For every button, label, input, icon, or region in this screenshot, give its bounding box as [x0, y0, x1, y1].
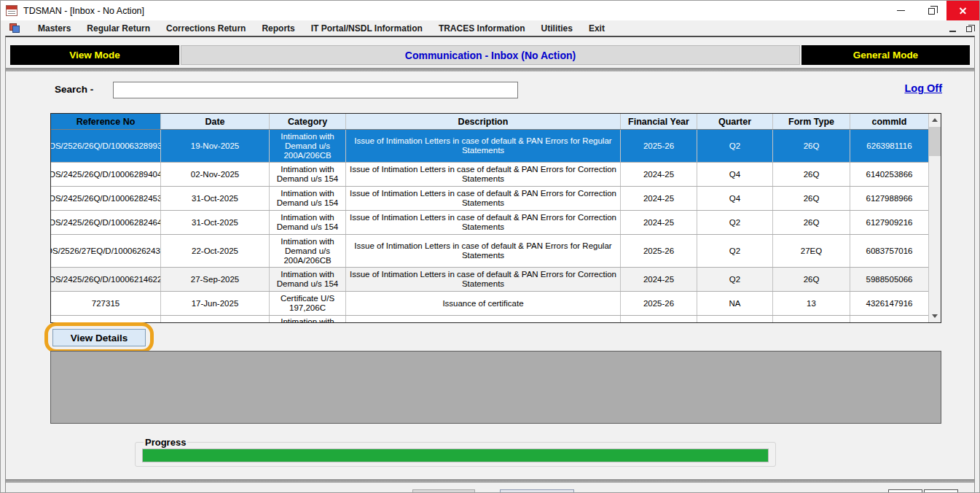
column-header-quarter[interactable]: Quarter [697, 114, 773, 129]
table-cell: Issue of Intimation Letters in case of d… [346, 130, 621, 162]
scroll-down-button[interactable] [929, 310, 941, 322]
table-cell: Intimation with Demand u/s 154 [270, 211, 346, 234]
table-cell: Intimation with Demand u/s 200A/206CB [270, 235, 346, 267]
table-row[interactable]: Intimation with [51, 316, 928, 322]
mdi-child-icon [9, 23, 20, 33]
table-row[interactable]: DS/2425/26Q/D/1000628245331-Oct-2025Inti… [51, 187, 928, 211]
table-header-row: Reference NoDateCategoryDescriptionFinan… [51, 114, 928, 130]
table-cell: Issue of Intimation Letters in case of d… [346, 211, 621, 234]
search-input[interactable] [113, 82, 518, 98]
table-cell [621, 316, 697, 322]
table-cell: 17-Jun-2025 [161, 292, 270, 315]
scrollbar-track[interactable] [929, 157, 941, 310]
table-row[interactable]: DS/2425/26Q/D/1000621462227-Sep-2025Inti… [51, 268, 928, 292]
bottom-button-1[interactable] [412, 489, 475, 492]
table-cell: 27EQ [773, 235, 850, 267]
mdi-restore-icon[interactable] [966, 26, 972, 32]
inbox-table: Reference NoDateCategoryDescriptionFinan… [50, 113, 941, 323]
table-row[interactable]: DS/2526/27EQ/D/1000626243522-Oct-2025Int… [51, 235, 928, 268]
table-cell: 27-Sep-2025 [161, 268, 270, 291]
mdi-window-controls [949, 24, 979, 32]
scroll-up-button[interactable] [929, 114, 941, 126]
page-title: Communication - Inbox (No Action) [181, 45, 800, 65]
table-cell: 6263981116 [850, 130, 928, 162]
table-cell: DS/2425/26Q/D/10006214622 [51, 268, 161, 291]
table-cell: Issue of Intimation Letters in case of d… [346, 268, 621, 291]
table-cell: Intimation with Demand u/s 154 [270, 163, 346, 186]
table-cell [697, 316, 773, 322]
table-row[interactable]: DS/2425/26Q/D/1000628246431-Oct-2025Inti… [51, 211, 928, 235]
log-off-link[interactable]: Log Off [904, 82, 942, 94]
mdi-client-area: View Mode Communication - Inbox (No Acti… [5, 36, 975, 492]
restore-button[interactable] [916, 1, 946, 20]
minimize-button[interactable] [885, 1, 916, 20]
column-header-description[interactable]: Description [346, 114, 621, 129]
menu-item-it-portal-nsdl-information[interactable]: IT Portal/NSDL Information [303, 22, 431, 35]
vertical-scrollbar[interactable] [928, 114, 941, 322]
progress-groupbox: Progress [135, 437, 776, 467]
table-cell: 6127909216 [850, 211, 928, 234]
table-cell: Q2 [697, 211, 773, 234]
menu-item-regular-return[interactable]: Regular Return [79, 22, 158, 35]
red-circle-button[interactable] [888, 489, 922, 492]
table-cell: 6140253866 [850, 163, 928, 186]
table-cell: Issue of Intimation Letters in case of d… [346, 163, 621, 186]
table-cell: 2024-25 [621, 211, 697, 234]
mdi-minimize-icon[interactable] [949, 31, 956, 32]
table-cell [161, 316, 270, 322]
table-cell: 6127988966 [850, 187, 928, 210]
mode-bar: View Mode Communication - Inbox (No Acti… [10, 45, 970, 65]
app-window: TDSMAN - [Inbox - No Action] MastersRegu… [0, 0, 980, 493]
printer-button[interactable] [924, 489, 958, 492]
bottom-button-2[interactable] [500, 489, 574, 492]
menu-item-corrections-return[interactable]: Corrections Return [158, 22, 254, 35]
table-cell: Intimation with [270, 316, 346, 322]
table-cell: 19-Nov-2025 [161, 130, 270, 162]
table-cell: DS/2526/26Q/D/10006328993 [51, 130, 161, 162]
menu-item-traces-information[interactable]: TRACES Information [431, 22, 533, 35]
table-cell: Q4 [697, 163, 773, 186]
table-row[interactable]: DS/2526/26Q/D/1000632899319-Nov-2025Inti… [51, 130, 928, 163]
table-row[interactable]: 72731517-Jun-2025Certificate U/S 197,206… [51, 292, 928, 316]
table-cell: 31-Oct-2025 [161, 187, 270, 210]
table-cell: 26Q [773, 130, 850, 162]
progress-label: Progress [144, 437, 187, 448]
table-body: DS/2526/26Q/D/1000632899319-Nov-2025Inti… [51, 130, 928, 322]
menu-item-reports[interactable]: Reports [254, 22, 302, 35]
table-cell: 26Q [773, 268, 850, 291]
table-cell [51, 316, 161, 322]
table-cell [850, 316, 928, 322]
window-controls [885, 1, 979, 20]
menu-item-masters[interactable]: Masters [30, 22, 79, 35]
table-cell: 13 [773, 292, 850, 315]
table-cell: DS/2425/26Q/D/10006282464 [51, 211, 161, 234]
bottom-strip [6, 483, 974, 492]
table-cell: 4326147916 [850, 292, 928, 315]
table-cell: NA [697, 292, 773, 315]
column-header-commid[interactable]: commId [850, 114, 928, 129]
table-cell: Q2 [697, 268, 773, 291]
table-row[interactable]: DS/2425/26Q/D/1000628940402-Nov-2025Inti… [51, 163, 928, 187]
column-header-reference-no[interactable]: Reference No [51, 114, 161, 129]
restore-icon [928, 8, 935, 15]
table-cell: 26Q [773, 163, 850, 186]
view-details-button[interactable]: View Details [52, 329, 146, 346]
scrollbar-thumb[interactable] [929, 127, 941, 156]
view-mode-label: View Mode [10, 45, 179, 65]
window-title: TDSMAN - [Inbox - No Action] [23, 6, 144, 16]
close-button[interactable] [946, 1, 979, 20]
column-header-category[interactable]: Category [270, 114, 346, 129]
menu-item-exit[interactable]: Exit [581, 22, 613, 35]
menu-item-utilities[interactable]: Utilities [533, 22, 581, 35]
table-cell: Issue of Intimation Letters in case of d… [346, 235, 621, 267]
table-cell: 26Q [773, 187, 850, 210]
column-header-form-type[interactable]: Form Type [773, 114, 850, 129]
progress-fill [143, 449, 768, 462]
table-cell: DS/2425/26Q/D/10006282453 [51, 187, 161, 210]
column-header-financial-year[interactable]: Financial Year [621, 114, 697, 129]
table-cell: 02-Nov-2025 [161, 163, 270, 186]
column-header-date[interactable]: Date [161, 114, 270, 129]
table-cell: 5988505066 [850, 268, 928, 291]
table-cell: Q4 [697, 187, 773, 210]
table-cell: 2024-25 [621, 268, 697, 291]
